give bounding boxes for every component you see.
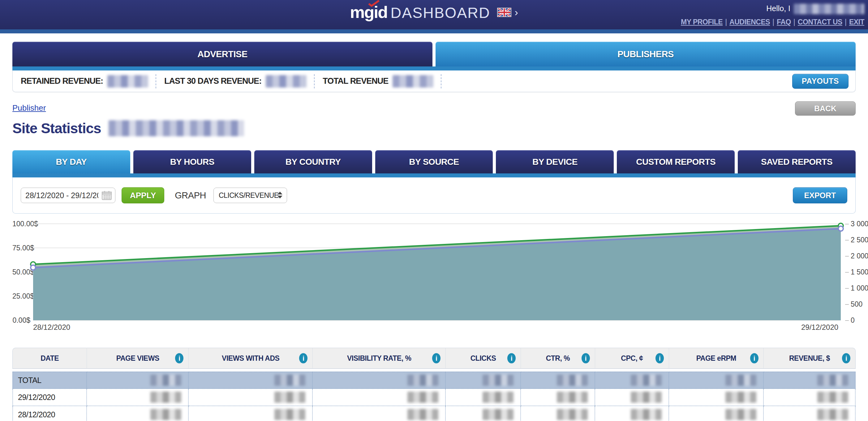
page-title-row: Site Statistics [12, 120, 856, 137]
retained-revenue-label: RETAINED REVENUE: [21, 76, 103, 86]
tab-by-country[interactable]: BY COUNTRY [254, 150, 372, 173]
table-cell-redacted [669, 389, 764, 406]
column-header-revenue[interactable]: REVENUE, $i [764, 348, 856, 369]
export-button[interactable]: EXPORT [793, 187, 847, 203]
table-cell-redacted [521, 371, 595, 389]
column-header-cpc[interactable]: CPC, ¢i [595, 348, 669, 369]
column-label: VISIBILITY RATE, % [347, 354, 411, 362]
column-label: CLICKS [470, 354, 496, 362]
date-range-input[interactable] [21, 188, 115, 203]
uk-flag-icon [497, 8, 512, 17]
nav-link-exit[interactable]: EXIT [849, 18, 864, 26]
nav-link-audiences[interactable]: AUDIENCES [730, 18, 770, 26]
nav-link-contact-us[interactable]: CONTACT US [798, 18, 842, 26]
table-header-row: DATE PAGE VIEWSi VIEWS WITH ADSi VISIBIL… [12, 348, 856, 369]
logo-checkmark-icon [368, 0, 380, 7]
nav-link-faq[interactable]: FAQ [777, 18, 791, 26]
column-header-ctr[interactable]: CTR, %i [521, 348, 595, 369]
column-header-page-views[interactable]: PAGE VIEWSi [87, 348, 189, 369]
statistics-table: DATE PAGE VIEWSi VIEWS WITH ADSi VISIBIL… [12, 348, 856, 421]
column-label: CTR, % [546, 354, 570, 362]
column-label: REVENUE, $ [789, 354, 830, 362]
tab-saved-reports[interactable]: SAVED REPORTS [738, 150, 856, 173]
page-title: Site Statistics [12, 120, 101, 137]
column-header-clicks[interactable]: CLICKSi [446, 348, 521, 369]
info-icon[interactable]: i [750, 353, 758, 363]
table-cell-redacted [87, 371, 189, 389]
table-cell-redacted [669, 371, 764, 389]
chart-svg [33, 224, 841, 320]
table-cell-redacted [189, 406, 313, 421]
header-nav: MY PROFILE|AUDIENCES|FAQ|CONTACT US|EXIT [681, 18, 864, 26]
last-30-days-revenue-value-redacted [266, 75, 307, 88]
tab-by-day[interactable]: BY DAY [12, 150, 130, 173]
info-icon[interactable]: i [842, 353, 850, 363]
right-axis-tick: 1 000 [845, 284, 868, 292]
right-axis-tick: 2 000 [845, 252, 868, 260]
table-row: 29/12/2020 [12, 389, 856, 406]
column-header-visibility-rate[interactable]: VISIBILITY RATE, %i [313, 348, 446, 369]
table-cell-redacted [521, 406, 595, 421]
report-tab-strip [12, 173, 856, 177]
column-label: PAGE eRPM [696, 354, 736, 362]
calendar-icon[interactable] [102, 191, 112, 200]
table-row-total: TOTAL [12, 371, 856, 389]
total-revenue: TOTAL REVENUE [321, 74, 441, 88]
breadcrumb: Publisher BACK [12, 101, 856, 116]
last-30-days-revenue-label: LAST 30 DAYS REVENUE: [164, 76, 261, 86]
info-icon[interactable]: i [432, 353, 440, 363]
column-header-date[interactable]: DATE [12, 348, 87, 369]
column-label: VIEWS WITH ADS [222, 354, 279, 362]
nav-separator: | [794, 18, 795, 26]
retained-revenue: RETAINED REVENUE: [20, 74, 156, 88]
tab-by-device[interactable]: BY DEVICE [496, 150, 614, 173]
mgid-logo: mgid DASHBOARD › [350, 2, 518, 22]
table-cell-redacted [87, 389, 189, 406]
info-icon[interactable]: i [175, 353, 183, 363]
table-cell-redacted [313, 389, 446, 406]
apply-button[interactable]: APPLY [122, 187, 164, 203]
report-tabs: BY DAY BY HOURS BY COUNTRY BY SOURCE BY … [12, 150, 856, 173]
left-axis-tick: 0.00$ [12, 316, 30, 325]
main-tab-strip [12, 66, 856, 70]
table-cell-redacted [764, 406, 856, 421]
nav-separator: | [725, 18, 727, 26]
tab-custom-reports[interactable]: CUSTOM REPORTS [617, 150, 735, 173]
table-cell-redacted [764, 389, 856, 406]
publisher-link[interactable]: Publisher [12, 103, 46, 113]
revenue-summary-bar: RETAINED REVENUE: LAST 30 DAYS REVENUE: … [12, 70, 856, 92]
graph-label: GRAPH [175, 190, 206, 201]
right-axis-tick: 3 000 [845, 220, 868, 228]
language-selector[interactable]: › [497, 6, 518, 18]
right-axis-tick: 500 [845, 300, 862, 309]
table-cell-redacted [446, 371, 521, 389]
info-icon[interactable]: i [299, 353, 308, 363]
tab-by-hours[interactable]: BY HOURS [133, 150, 251, 173]
graph-type-selected-value: CLICKS/REVENUE [219, 191, 279, 200]
graph-type-select[interactable]: CLICKS/REVENUE [213, 188, 287, 203]
tab-publishers[interactable]: PUBLISHERS [436, 42, 856, 66]
tab-by-source[interactable]: BY SOURCE [375, 150, 493, 173]
chart-plot-area [33, 224, 841, 320]
column-header-page-erpm[interactable]: PAGE eRPMi [669, 348, 764, 369]
table-cell-redacted [446, 406, 521, 421]
tab-advertise[interactable]: ADVERTISE [12, 42, 432, 66]
back-button[interactable]: BACK [795, 101, 856, 116]
right-axis-tick: 2 500 [845, 236, 868, 244]
column-header-views-with-ads[interactable]: VIEWS WITH ADSi [189, 348, 313, 369]
table-cell-redacted [87, 406, 189, 421]
main-tabs: ADVERTISE PUBLISHERS [12, 42, 856, 66]
username-redacted [794, 4, 864, 14]
table-cell-redacted [446, 389, 521, 406]
chevron-right-icon: › [515, 6, 518, 18]
table-cell-redacted [595, 371, 669, 389]
payouts-button[interactable]: PAYOUTS [792, 74, 848, 89]
info-icon[interactable]: i [507, 353, 516, 363]
table-cell-redacted [313, 371, 446, 389]
info-icon[interactable]: i [655, 353, 664, 363]
info-icon[interactable]: i [582, 353, 590, 363]
nav-separator: | [845, 18, 847, 26]
nav-link-my-profile[interactable]: MY PROFILE [681, 18, 723, 26]
right-axis-tick: 1 500 [845, 268, 868, 276]
greeting-text: Hello, I [766, 4, 790, 13]
